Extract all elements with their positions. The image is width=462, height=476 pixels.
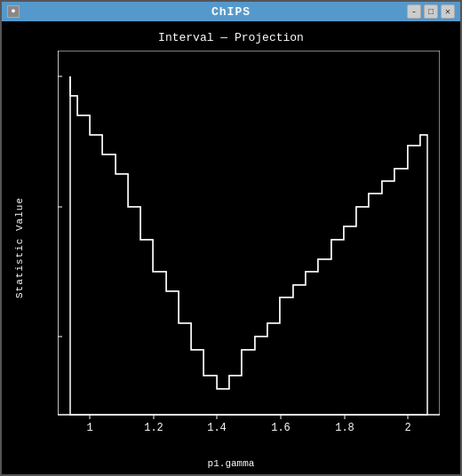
svg-text:2: 2 [404, 422, 410, 434]
svg-text:1.4: 1.4 [207, 422, 227, 434]
window-title: ChIPS [211, 5, 251, 19]
chart-svg: 110 100 90 1 [58, 51, 440, 450]
svg-text:1.8: 1.8 [335, 422, 354, 434]
plot-area: Interval — Projection Statistic Value p1… [9, 24, 453, 472]
plot-title: Interval — Projection [9, 31, 453, 44]
window-controls: - □ ✕ [407, 4, 455, 19]
close-button[interactable]: ✕ [441, 4, 455, 19]
plot-container: Interval — Projection Statistic Value p1… [2, 21, 460, 474]
svg-text:1.2: 1.2 [144, 422, 163, 434]
maximize-button[interactable]: □ [424, 4, 438, 19]
main-window: ● ChIPS - □ ✕ Interval — Projection Stat… [0, 0, 462, 476]
x-axis-label: p1.gamma [9, 458, 453, 469]
svg-text:1: 1 [86, 422, 92, 434]
y-axis-label: Statistic Value [14, 197, 25, 298]
svg-text:1.6: 1.6 [271, 422, 291, 434]
window-icon: ● [7, 5, 20, 18]
title-bar: ● ChIPS - □ ✕ [2, 2, 460, 21]
minimize-button[interactable]: - [407, 4, 421, 19]
